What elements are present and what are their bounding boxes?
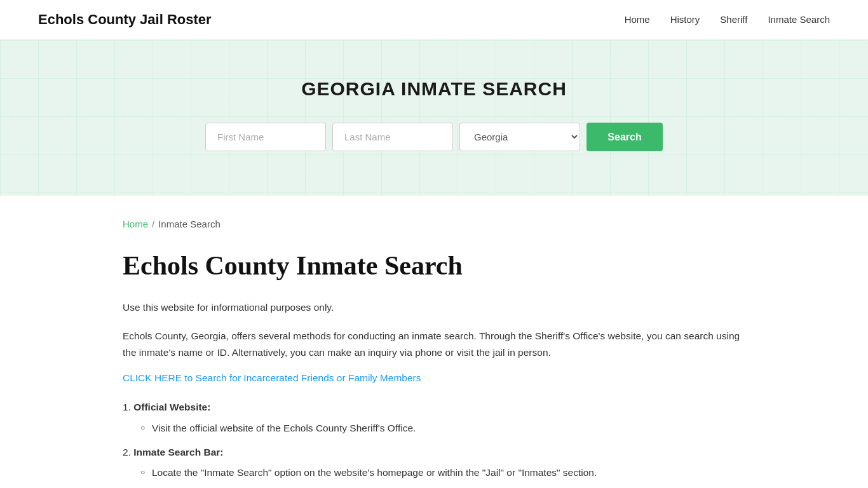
state-select[interactable]: Georgia Alabama Florida Tennessee <box>459 123 580 151</box>
nav-link-sheriff[interactable]: Sheriff <box>720 14 747 25</box>
content-body: Use this website for informational purpo… <box>123 299 745 481</box>
paragraph-1: Use this website for informational purpo… <box>123 299 745 316</box>
list-item-2-label: Inmate Search Bar: <box>133 447 223 458</box>
breadcrumb-current: Inmate Search <box>158 219 220 229</box>
list-item-2: 2. Inmate Search Bar: Locate the "Inmate… <box>123 444 745 482</box>
list-item-1-num: 1. <box>123 402 133 412</box>
last-name-input[interactable] <box>332 123 453 151</box>
sub-list-1-item-1: Visit the official website of the Echols… <box>140 420 745 437</box>
page-title: Echols County Inmate Search <box>123 250 745 281</box>
breadcrumb-separator: / <box>152 219 154 229</box>
list-item-1-label: Official Website: <box>133 402 210 412</box>
list-item-2-num: 2. <box>123 447 133 458</box>
sub-list-2-item-1: Locate the "Inmate Search" option on the… <box>140 464 745 481</box>
search-button[interactable]: Search <box>587 123 663 151</box>
hero-section: GEORGIA INMATE SEARCH Georgia Alabama Fl… <box>0 40 868 196</box>
main-nav: Home History Sheriff Inmate Search <box>625 14 830 25</box>
nav-item-inmate-search: Inmate Search <box>768 14 830 25</box>
main-content: Home / Inmate Search Echols County Inmat… <box>85 196 783 488</box>
click-here-link[interactable]: CLICK HERE to Search for Incarcerated Fr… <box>123 372 745 384</box>
nav-link-inmate-search[interactable]: Inmate Search <box>768 14 830 25</box>
sub-list-2: Locate the "Inmate Search" option on the… <box>123 464 745 481</box>
first-name-input[interactable] <box>205 123 326 151</box>
breadcrumb: Home / Inmate Search <box>123 219 745 229</box>
site-title[interactable]: Echols County Jail Roster <box>38 11 212 28</box>
nav-list: Home History Sheriff Inmate Search <box>625 14 830 25</box>
list-item-1: 1. Official Website: Visit the official … <box>123 399 745 437</box>
search-form: Georgia Alabama Florida Tennessee Search <box>13 123 855 151</box>
nav-item-sheriff: Sheriff <box>720 14 747 25</box>
content-list: 1. Official Website: Visit the official … <box>123 399 745 481</box>
nav-item-home: Home <box>625 14 650 25</box>
site-header: Echols County Jail Roster Home History S… <box>0 0 868 40</box>
nav-link-home[interactable]: Home <box>625 14 650 25</box>
sub-list-1: Visit the official website of the Echols… <box>123 420 745 437</box>
paragraph-2: Echols County, Georgia, offers several m… <box>123 328 745 362</box>
hero-title: GEORGIA INMATE SEARCH <box>13 78 855 100</box>
nav-item-history: History <box>670 14 700 25</box>
nav-link-history[interactable]: History <box>670 14 700 25</box>
breadcrumb-home-link[interactable]: Home <box>123 219 148 229</box>
